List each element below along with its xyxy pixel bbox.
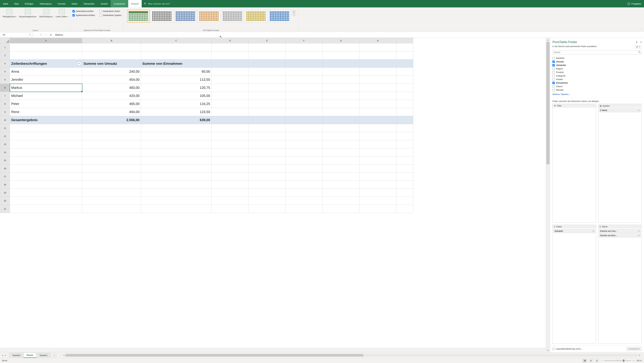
grandtotals-button[interactable]: Gesamtergebnisse — [18, 9, 38, 18]
ribbon-collapse-button[interactable]: ˄ — [642, 29, 643, 31]
field-checkbox[interactable] — [552, 71, 555, 74]
tab-datei[interactable]: Datei — [0, 0, 11, 8]
area-values[interactable]: ΣWerte Summe von Ums...▼ Summe von Einn.… — [598, 225, 642, 344]
panel-tools-button[interactable]: ⚙▼ — [635, 45, 642, 49]
row-header[interactable]: 5 — [0, 76, 10, 84]
cell[interactable]: 113,50 — [141, 76, 212, 84]
field-label[interactable]: Kosten — [556, 78, 563, 81]
field-label[interactable]: Verkäufer — [556, 64, 566, 67]
gallery-down-icon[interactable]: ▼ — [292, 12, 296, 14]
scroll-up-icon[interactable]: ▲ — [546, 38, 550, 42]
field-checkbox[interactable] — [552, 82, 555, 84]
field-checkbox[interactable] — [552, 68, 555, 70]
style-thumb-6[interactable] — [245, 10, 267, 22]
tab-seitenlayout[interactable]: Seitenlayout — [36, 0, 54, 8]
field-label[interactable]: Datum — [556, 85, 562, 88]
view-pagelayout-button[interactable]: ▤ — [589, 359, 593, 362]
defer-layout-checkbox[interactable]: Layoutaktualisierung zurüc... — [552, 348, 582, 350]
col-header-G[interactable]: G — [322, 38, 360, 43]
field-search[interactable]: 🔍 — [552, 50, 642, 54]
cell[interactable]: 116,25 — [141, 100, 212, 108]
hscroll-right-icon[interactable]: ► — [639, 354, 641, 356]
tab-einfuegen[interactable]: Einfügen — [22, 0, 36, 8]
formula-expand-button[interactable]: ⌄ — [640, 34, 644, 36]
chevron-down-icon[interactable]: ▼ — [29, 34, 31, 36]
row-header[interactable]: 11 — [0, 124, 10, 132]
view-pagebreak-button[interactable]: ▥ — [595, 359, 599, 362]
cancel-formula-button[interactable]: ✕ — [38, 33, 43, 37]
tab-ansicht[interactable]: Ansicht — [98, 0, 111, 8]
cell[interactable]: 494,00 — [82, 108, 141, 116]
row-header[interactable]: 17 — [0, 173, 10, 181]
field-label[interactable]: Einnahmen — [556, 82, 568, 84]
vertical-scrollbar[interactable]: ▲ ▼ — [546, 38, 550, 352]
update-button[interactable]: Aktualisieren — [626, 347, 642, 351]
cell[interactable]: Michael — [10, 92, 82, 100]
col-header-F[interactable]: F — [286, 38, 322, 43]
horizontal-scrollbar[interactable] — [0, 348, 546, 352]
close-icon[interactable]: ✕ — [640, 41, 642, 43]
gallery-up-icon[interactable]: ▲ — [292, 10, 296, 12]
row-header[interactable]: 3 — [0, 60, 10, 68]
pivot-total-label[interactable]: Gesamtergebnis — [10, 116, 82, 124]
formula-input[interactable]: Markus — [54, 34, 640, 36]
scroll-down-icon[interactable]: ▼ — [546, 348, 550, 352]
tab-formeln[interactable]: Formeln — [54, 0, 69, 8]
sheet-tab-active[interactable]: Pivot1 — [23, 353, 36, 358]
style-thumb-7[interactable] — [268, 10, 290, 22]
field-label[interactable]: Umsatz — [556, 60, 564, 63]
field-label[interactable]: Kategorie — [556, 75, 566, 77]
zoom-slider[interactable] — [604, 360, 631, 361]
cell[interactable]: 105,00 — [141, 92, 212, 100]
reportlayout-button[interactable]: Berichtslayout — [39, 9, 54, 18]
zoom-in-button[interactable]: + — [633, 359, 634, 362]
area-pill[interactable]: Σ Werte▼ — [599, 109, 641, 112]
row-header[interactable]: 9 — [0, 108, 10, 116]
chk-row-headers[interactable]: Zeilenüberschriften — [72, 10, 95, 13]
cell[interactable]: 454,00 — [82, 76, 141, 84]
field-checkbox[interactable] — [552, 75, 555, 77]
col-header-C[interactable]: C — [141, 38, 212, 43]
row-header[interactable]: 12 — [0, 132, 10, 140]
hscroll-thumb[interactable] — [65, 354, 363, 356]
row-header[interactable]: 15 — [0, 156, 10, 165]
field-checkbox[interactable] — [552, 89, 555, 91]
panel-dropdown-icon[interactable]: ▼ — [636, 41, 638, 43]
cell[interactable]: 60,00 — [141, 68, 212, 76]
style-thumb-3[interactable] — [174, 10, 196, 22]
cell[interactable]: 2.556,00 — [82, 116, 141, 124]
cell[interactable]: 120,75 — [141, 84, 212, 92]
cell[interactable]: Anna — [10, 68, 82, 76]
more-tables-link[interactable]: Weitere Tabellen... — [552, 92, 642, 97]
zoom-level[interactable]: 180 % — [636, 359, 642, 362]
area-filter[interactable]: ▼Filter — [552, 104, 596, 223]
zoom-thumb[interactable] — [623, 359, 624, 362]
cell[interactable]: 483,00 — [82, 84, 141, 92]
add-sheet-button[interactable]: ＋ — [52, 353, 57, 357]
row-header[interactable]: 14 — [0, 148, 10, 156]
col-header-E[interactable]: E — [248, 38, 286, 43]
sheet-tab[interactable]: Tabelle1 — [36, 353, 50, 357]
tell-me-search[interactable]: 🔍 Was möchten Sie tun? — [142, 0, 172, 8]
zoom-out-button[interactable]: − — [601, 359, 602, 362]
cell[interactable]: Peter — [10, 100, 82, 108]
row-header[interactable]: 10 — [0, 116, 10, 124]
area-pill[interactable]: Summe von Ums...▼ — [599, 229, 641, 233]
chk-col-headers[interactable]: Spaltenüberschriften — [72, 14, 95, 17]
style-thumb-1[interactable] — [128, 10, 149, 22]
tab-daten[interactable]: Daten — [68, 0, 80, 8]
tab-analysieren[interactable]: Analysieren — [111, 0, 128, 8]
row-header[interactable]: 2 — [0, 52, 10, 60]
style-thumb-5[interactable] — [222, 10, 243, 22]
row-header[interactable]: 13 — [0, 140, 10, 148]
tab-ueberpruefen[interactable]: Überprüfen — [80, 0, 98, 8]
field-label[interactable]: Produkt — [556, 71, 564, 74]
active-cell[interactable]: Markus — [10, 84, 82, 92]
cell[interactable]: Rene — [10, 108, 82, 116]
tab-nav-prev[interactable]: ► — [5, 354, 7, 356]
row-header[interactable]: 20 — [0, 197, 10, 205]
row-header[interactable]: 6 — [0, 84, 10, 92]
field-label[interactable]: Region — [556, 68, 563, 70]
name-box[interactable]: A6▼ — [1, 33, 32, 37]
accept-formula-button[interactable]: ✓ — [43, 33, 48, 37]
